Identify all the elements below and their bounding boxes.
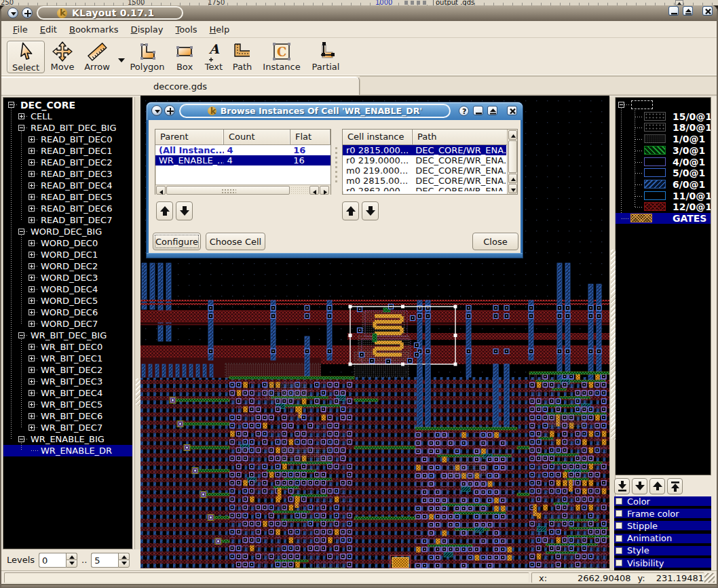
expand-icon[interactable]: [29, 413, 35, 419]
menu-display[interactable]: Display: [125, 22, 170, 37]
window-sticky-button[interactable]: [22, 7, 33, 18]
layer-swatch[interactable]: [644, 146, 666, 155]
tree-item-word_dec5[interactable]: WORD_DEC5: [3, 295, 132, 307]
instances-table[interactable]: Cell instance Path r0 2815.000...DEC_COR…: [342, 129, 518, 195]
expand-icon[interactable]: [29, 171, 35, 177]
tree-item-read_bit_dec0[interactable]: READ_BIT_DEC0: [3, 134, 132, 145]
menu-tools[interactable]: Tools: [170, 22, 204, 37]
expand-icon[interactable]: [29, 252, 35, 258]
layer-swatch[interactable]: [644, 134, 666, 143]
scroll-left-button[interactable]: [156, 186, 166, 195]
menu-edit[interactable]: Edit: [34, 22, 63, 37]
dialog-sticky-button[interactable]: [164, 105, 175, 116]
layer-swatch-root[interactable]: [631, 100, 653, 109]
tree-item-read_bit_dec2[interactable]: READ_BIT_DEC2: [3, 157, 132, 168]
checkbox-icon[interactable]: [616, 547, 622, 554]
splitter-handle[interactable]: [335, 146, 338, 184]
expand-icon[interactable]: [29, 240, 35, 246]
dialog-close-button[interactable]: [507, 106, 517, 115]
parents-up-button[interactable]: [156, 201, 173, 220]
expand-icon[interactable]: [29, 344, 35, 350]
expand-icon[interactable]: [29, 390, 35, 396]
expand-icon[interactable]: [29, 182, 35, 189]
dialog-titlebar[interactable]: Browse Instances Of Cell 'WR_ENABLE_DR' …: [147, 102, 523, 120]
layer-swatch[interactable]: [644, 168, 666, 177]
layer-root-node[interactable]: [616, 100, 711, 111]
checkbox-icon[interactable]: [616, 560, 622, 566]
layer-row-gates[interactable]: GATES: [616, 213, 711, 224]
layer-row-5-0-1[interactable]: 5/0@1: [616, 168, 711, 178]
instances-row-3[interactable]: m0 2815.00...DEC_CORE/WR_ENA...: [343, 176, 506, 186]
tree-item-wr_bit_dec4[interactable]: WR_BIT_DEC4: [3, 387, 132, 399]
scroll-up-button[interactable]: [508, 130, 517, 140]
expand-icon[interactable]: [29, 355, 35, 361]
scrollbar-thumb[interactable]: [166, 186, 290, 195]
move-bottom-button[interactable]: [614, 478, 630, 494]
scroll-up-button2[interactable]: [508, 174, 517, 183]
expand-icon[interactable]: [29, 298, 35, 304]
expand-icon[interactable]: [29, 205, 35, 212]
expand-icon[interactable]: [29, 159, 35, 165]
tree-item-word_dec4[interactable]: WORD_DEC4: [3, 283, 132, 295]
tree-item-read_bit_dec6[interactable]: READ_BIT_DEC6: [3, 203, 132, 214]
collapse-icon[interactable]: [18, 332, 24, 338]
layer-swatch[interactable]: [644, 123, 666, 132]
layer-swatch[interactable]: [630, 214, 652, 222]
scrollbar-thumb[interactable]: [136, 378, 140, 406]
layer-row-11-0-1[interactable]: 11/0@1: [616, 191, 711, 201]
tree-item-wr_bit_dec1[interactable]: WR_BIT_DEC1: [3, 353, 132, 364]
prop-row-stipple[interactable]: Stipple: [614, 521, 711, 530]
choose-cell-button[interactable]: Choose Cell: [206, 233, 265, 250]
prop-row-visibility[interactable]: Visibility: [614, 558, 711, 568]
instances-row-1[interactable]: r0 219.0000...DEC_CORE/WR_ENA...: [343, 155, 506, 165]
tree-item-dec_core[interactable]: DEC_CORE: [3, 99, 132, 111]
tab-deccore[interactable]: deccore.gds: [1, 77, 360, 95]
tree-item-wr_bit_dec3[interactable]: WR_BIT_DEC3: [3, 376, 132, 387]
prop-row-color[interactable]: Color: [614, 496, 711, 506]
instances-row-4[interactable]: r0 2862.000...DEC_CORE/WR_ENA...: [343, 186, 506, 191]
collapse-icon[interactable]: [18, 125, 24, 131]
close-button[interactable]: [702, 6, 713, 16]
expand-icon[interactable]: [29, 401, 35, 408]
expand-icon[interactable]: [29, 275, 35, 281]
layers-panel[interactable]: 15/0@118/0@11/0@13/0@14/0@15/0@16/0@111/…: [616, 97, 711, 475]
layer-row-1-0-1[interactable]: 1/0@1: [616, 134, 711, 144]
dialog-help-button[interactable]: ?: [459, 106, 469, 116]
menu-help[interactable]: Help: [204, 22, 236, 37]
tree-item-wr_bit_dec5[interactable]: WR_BIT_DEC5: [3, 399, 132, 410]
expand-icon[interactable]: [29, 136, 35, 142]
expand-icon[interactable]: [29, 148, 35, 154]
collapse-icon[interactable]: [618, 102, 624, 108]
layer-row-6-0-1[interactable]: 6/0@1: [616, 179, 711, 190]
expand-icon[interactable]: [29, 367, 35, 373]
checkbox-icon[interactable]: [616, 522, 622, 529]
scrollbar-thumb[interactable]: [508, 140, 517, 173]
tree-item-wr_bit_dec7[interactable]: WR_BIT_DEC7: [3, 422, 132, 433]
instances-vscrollbar[interactable]: [507, 130, 517, 194]
resize-grip[interactable]: [704, 573, 715, 583]
instances-down-button[interactable]: [362, 201, 379, 220]
tree-item-word_dec6[interactable]: WORD_DEC6: [3, 307, 132, 318]
collapse-icon[interactable]: [8, 102, 14, 108]
layer-swatch[interactable]: [644, 202, 666, 211]
levels-from-field[interactable]: 0: [39, 553, 66, 568]
tree-item-read_bit_dec4[interactable]: READ_BIT_DEC4: [3, 180, 132, 191]
move-up-button[interactable]: [649, 478, 665, 494]
collapse-icon[interactable]: [18, 436, 24, 442]
tree-item-wr_bit_dec6[interactable]: WR_BIT_DEC6: [3, 410, 132, 422]
tree-item-word_dec3[interactable]: WORD_DEC3: [3, 272, 132, 283]
tool-polygon-button[interactable]: Polygon: [129, 41, 166, 73]
checkbox-icon[interactable]: [616, 498, 622, 505]
checkbox-icon[interactable]: [616, 535, 622, 542]
menu-bookmarks[interactable]: Bookmarks: [63, 22, 125, 37]
levels-to-field[interactable]: 5: [91, 553, 118, 568]
prop-row-style[interactable]: Style: [614, 546, 711, 555]
layer-row-18-0-1[interactable]: 18/0@1: [616, 122, 711, 133]
tree-item-wr_bit_dec2[interactable]: WR_BIT_DEC2: [3, 364, 132, 376]
layer-row-12-0-1[interactable]: 12/0@1: [616, 201, 711, 212]
tree-item-read_bit_dec7[interactable]: READ_BIT_DEC7: [3, 214, 132, 226]
tool-partial-button[interactable]: Partial: [308, 41, 343, 73]
menu-file[interactable]: File: [7, 22, 34, 37]
tree-item-word_dec1[interactable]: WORD_DEC1: [3, 249, 132, 260]
tree-item-wr_enable_dr[interactable]: WR_ENABLE_DR: [3, 445, 132, 456]
